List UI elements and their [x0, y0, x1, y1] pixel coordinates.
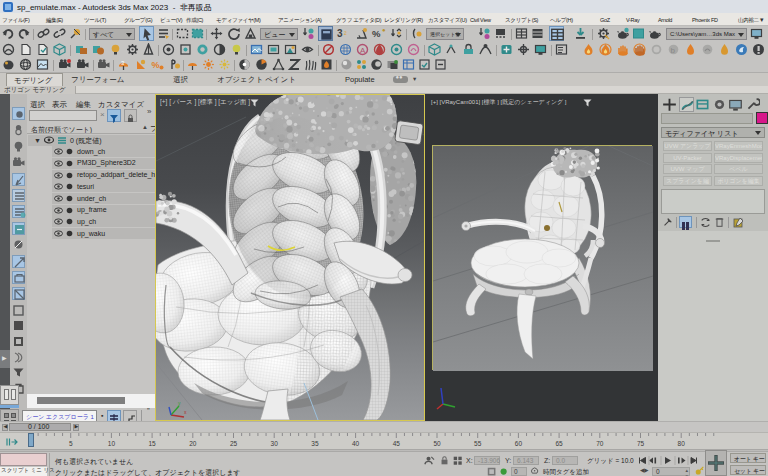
svg-text:A: A: [360, 45, 366, 54]
svg-text:x: x: [184, 409, 187, 415]
svg-text:25: 25: [230, 440, 238, 447]
svg-text:b: b: [671, 45, 676, 54]
svg-text:30: 30: [271, 440, 279, 447]
svg-text:y: y: [178, 400, 181, 406]
svg-text:40: 40: [352, 440, 360, 447]
svg-text:35: 35: [311, 440, 319, 447]
svg-text:20: 20: [189, 440, 197, 447]
svg-text:15: 15: [148, 440, 156, 447]
svg-text:80: 80: [678, 440, 686, 447]
svg-text:5: 5: [69, 440, 73, 447]
svg-text:65: 65: [555, 440, 563, 447]
svg-text:%: %: [152, 60, 160, 70]
svg-text:55: 55: [474, 440, 482, 447]
svg-text:45: 45: [393, 440, 401, 447]
svg-text:50: 50: [433, 440, 441, 447]
svg-text:75: 75: [637, 440, 645, 447]
svg-text:60: 60: [515, 440, 523, 447]
svg-text:70: 70: [596, 440, 604, 447]
svg-text:10: 10: [108, 440, 116, 447]
